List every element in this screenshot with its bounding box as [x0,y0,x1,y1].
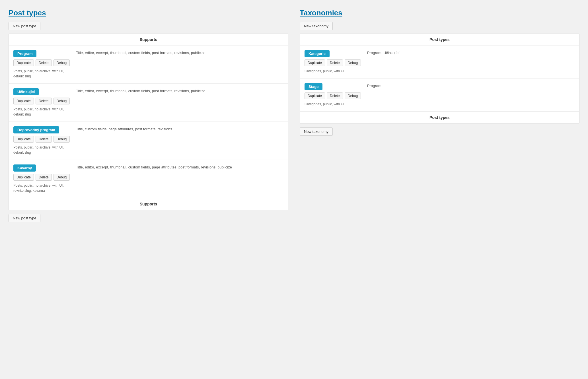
row-left: Kategorie Duplicate Delete Debug Categor… [305,50,361,74]
taxonomy-meta-stage: Categories, public, with UI [305,102,361,107]
delete-btn-ucinkujici[interactable]: Delete [36,98,52,104]
post-types-table-footer: Supports [9,198,288,210]
debug-btn-kavarny[interactable]: Debug [54,174,70,181]
post-type-meta-program: Posts, public, no archive, with UI, defa… [13,69,70,79]
new-taxonomy-button-bottom[interactable]: New taxonomy [300,127,333,136]
new-taxonomy-button-top[interactable]: New taxonomy [300,22,333,30]
post-types-table-header: Supports [9,34,288,46]
row-left: Program Duplicate Delete Debug Posts, pu… [13,50,70,79]
table-row: Kategorie Duplicate Delete Debug Categor… [300,46,579,79]
row-left: Stage Duplicate Delete Debug Categories,… [305,83,361,107]
post-type-name-program[interactable]: Program [13,50,36,57]
post-type-supports-ucinkujici: Title, editor, excerpt, thumbnail, custo… [76,88,283,93]
table-row: Program Duplicate Delete Debug Posts, pu… [9,46,288,84]
post-types-title[interactable]: Post types [9,9,288,17]
delete-btn-kavarny[interactable]: Delete [36,174,52,181]
post-type-meta-doprovodny: Posts, public, no archive, with UI, defa… [13,145,70,155]
post-types-table: Supports Program Duplicate Delete Debug … [9,34,288,210]
delete-btn-kategorie[interactable]: Delete [327,59,343,66]
delete-btn-stage[interactable]: Delete [327,92,343,99]
post-type-name-ucinkujici[interactable]: Účinkující [13,88,39,95]
post-type-name-doprovodny[interactable]: Doprovodný program [13,126,59,133]
duplicate-btn-program[interactable]: Duplicate [13,59,34,66]
action-btns-kategorie: Duplicate Delete Debug [305,59,361,66]
taxonomy-name-kategorie[interactable]: Kategorie [305,50,330,57]
table-row: Doprovodný program Duplicate Delete Debu… [9,122,288,160]
taxonomies-title[interactable]: Taxonomies [300,9,579,17]
row-left: Účinkující Duplicate Delete Debug Posts,… [13,88,70,117]
action-btns-kavarny: Duplicate Delete Debug [13,174,70,181]
new-post-type-button-bottom[interactable]: New post type [9,214,40,222]
row-left: Kavárny Duplicate Delete Debug Posts, pu… [13,164,70,193]
taxonomies-column: Taxonomies New taxonomy Post types Kateg… [300,9,579,139]
action-btns-ucinkujici: Duplicate Delete Debug [13,98,70,104]
duplicate-btn-ucinkujici[interactable]: Duplicate [13,98,34,104]
debug-btn-ucinkujici[interactable]: Debug [54,98,70,104]
taxonomies-table-header: Post types [300,34,579,46]
post-type-supports-kavarny: Title, editor, excerpt, thumbnail, custo… [76,164,283,169]
taxonomies-table: Post types Kategorie Duplicate Delete De… [300,34,579,123]
delete-btn-doprovodny[interactable]: Delete [36,136,52,143]
taxonomy-post-types-stage: Program [367,83,575,88]
table-row: Stage Duplicate Delete Debug Categories,… [300,79,579,112]
action-btns-stage: Duplicate Delete Debug [305,92,361,99]
action-btns-doprovodny: Duplicate Delete Debug [13,136,70,143]
duplicate-btn-doprovodny[interactable]: Duplicate [13,136,34,143]
taxonomies-table-footer: Post types [300,112,579,123]
duplicate-btn-kavarny[interactable]: Duplicate [13,174,34,181]
post-types-column: Post types New post type Supports Progra… [9,9,288,226]
table-row: Kavárny Duplicate Delete Debug Posts, pu… [9,160,288,198]
action-btns-program: Duplicate Delete Debug [13,59,70,66]
post-type-meta-ucinkujici: Posts, public, no archive, with UI, defa… [13,107,70,117]
taxonomy-post-types-kategorie: Program, Účinkující [367,50,575,55]
taxonomy-meta-kategorie: Categories, public, with UI [305,69,361,74]
new-post-type-button-top[interactable]: New post type [9,22,40,30]
row-left: Doprovodný program Duplicate Delete Debu… [13,126,70,155]
debug-btn-program[interactable]: Debug [54,59,70,66]
post-type-supports-doprovodny: Title, custom fields, page attributes, p… [76,126,283,131]
duplicate-btn-kategorie[interactable]: Duplicate [305,59,325,66]
taxonomy-name-stage[interactable]: Stage [305,83,322,90]
post-type-name-kavarny[interactable]: Kavárny [13,164,36,172]
table-row: Účinkující Duplicate Delete Debug Posts,… [9,84,288,122]
post-type-meta-kavarny: Posts, public, no archive, with UI, rewr… [13,183,70,193]
debug-btn-doprovodny[interactable]: Debug [54,136,70,143]
post-type-supports-program: Title, editor, excerpt, thumbnail, custo… [76,50,283,55]
duplicate-btn-stage[interactable]: Duplicate [305,92,325,99]
debug-btn-kategorie[interactable]: Debug [345,59,361,66]
main-layout: Post types New post type Supports Progra… [9,9,579,226]
debug-btn-stage[interactable]: Debug [345,92,361,99]
delete-btn-program[interactable]: Delete [36,59,52,66]
